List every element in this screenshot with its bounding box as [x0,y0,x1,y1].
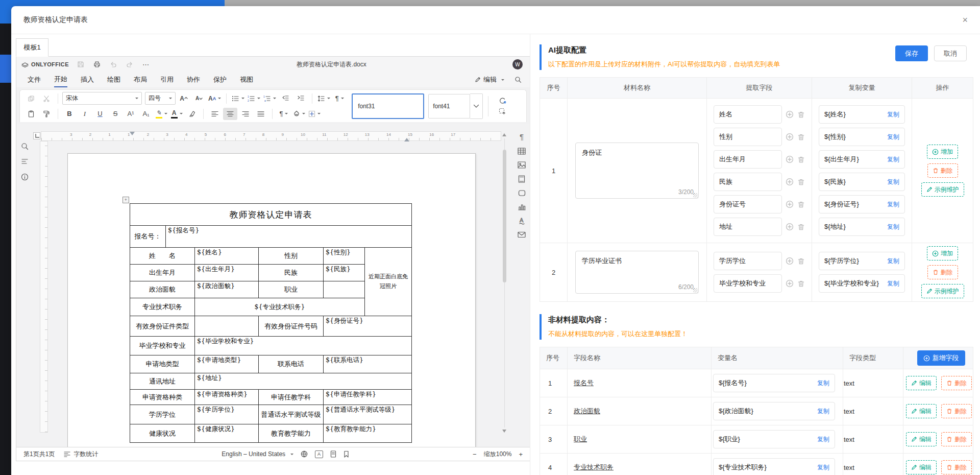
select-tool-icon[interactable] [499,108,506,115]
menu-protection[interactable]: 保护 [213,73,227,87]
menu-layout[interactable]: 布局 [134,73,147,87]
copy-variable-link[interactable]: 复制 [887,200,899,209]
copy-variable-link[interactable]: 复制 [817,435,829,444]
copy-variable-link[interactable]: 复制 [887,110,899,119]
style-input-font31[interactable]: font31 [352,93,424,119]
add-circle-icon[interactable] [786,155,794,163]
find-icon[interactable] [21,142,29,150]
menu-draw[interactable]: 绘图 [107,73,120,87]
menu-home[interactable]: 开始 [54,72,67,87]
redo-icon[interactable] [125,60,134,69]
add-circle-icon[interactable] [786,279,794,288]
style-input-font41[interactable]: font41 [428,94,470,118]
document-scrollbar[interactable] [502,131,507,435]
search-icon[interactable] [514,76,522,83]
extract-field-input[interactable]: 身份证号 [714,195,782,213]
delete-field-button[interactable]: 删除 [941,432,972,446]
mailmerge-panel-icon[interactable] [518,231,526,238]
add-circle-icon[interactable] [786,178,794,186]
add-circle-icon[interactable] [786,133,794,141]
paragraph-panel-icon[interactable]: ¶ [520,132,524,141]
page-indicator[interactable]: 第1页共1页 [23,450,55,459]
edit-field-button[interactable]: 编辑 [906,376,937,390]
delete-field-button[interactable]: 删除 [941,404,972,418]
justify-icon[interactable] [254,108,268,120]
copy-variable-link[interactable]: 复制 [887,155,899,164]
tab-stop-selector[interactable] [33,132,40,139]
decrease-font-icon[interactable]: A [192,92,206,105]
save-button[interactable]: 保存 [895,45,928,61]
clear-format-icon[interactable] [185,108,199,120]
trash-icon[interactable] [797,257,805,265]
decrease-indent-icon[interactable] [278,92,292,105]
numbered-list-icon[interactable]: 12 [247,92,261,105]
language-selector[interactable]: English – United States [222,450,293,458]
superscript-icon[interactable]: A¹ [124,108,138,120]
cut-icon[interactable] [39,92,54,105]
add-circle-icon[interactable] [786,223,794,231]
add-material-button[interactable]: 增加 [927,246,958,260]
material-name-textarea[interactable]: 身份证 3/200 [575,142,699,199]
copy-variable-link[interactable]: 复制 [887,279,899,288]
scrollbar-thumb[interactable] [503,150,506,282]
bullet-list-icon[interactable] [231,92,246,105]
print-icon[interactable] [92,60,102,69]
textart-panel-icon[interactable]: A [518,217,526,225]
extract-field-input[interactable]: 毕业学校和专业 [714,274,782,293]
about-icon[interactable] [21,173,29,181]
track-changes-icon[interactable] [330,450,336,458]
delete-material-button[interactable]: 删除 [927,163,958,178]
add-material-button[interactable]: 增加 [927,145,958,159]
trash-icon[interactable] [797,178,805,186]
menu-view[interactable]: 视图 [240,73,253,87]
edit-mode-dropdown[interactable]: 编辑 [475,73,504,87]
bookmark-icon[interactable] [344,450,349,458]
edit-field-button[interactable]: 编辑 [906,404,937,418]
extract-field-input[interactable]: 性别 [714,128,782,146]
italic-icon[interactable]: I [78,108,92,120]
copy-variable-link[interactable]: 复制 [817,379,829,388]
edit-field-button[interactable]: 编辑 [906,460,937,474]
image-panel-icon[interactable] [518,161,526,169]
field-name-link[interactable]: 报名号 [574,379,594,387]
copy-variable-link[interactable]: 复制 [817,407,829,416]
increase-indent-icon[interactable] [293,92,308,105]
field-name-link[interactable]: 政治面貌 [574,407,600,415]
trash-icon[interactable] [797,223,805,231]
copy-variable-link[interactable]: 复制 [817,463,829,472]
paste-icon[interactable] [24,108,38,120]
align-center-icon[interactable] [223,108,237,120]
zoom-in-button[interactable]: + [519,450,523,458]
copy-variable-link[interactable]: 复制 [887,257,899,266]
navigation-icon[interactable] [21,158,29,165]
example-maintain-button[interactable]: 示例维护 [921,182,964,197]
save-icon[interactable] [76,60,85,69]
format-painter-icon[interactable] [39,108,54,120]
font-name-select[interactable]: 宋体 [62,92,142,105]
menu-file[interactable]: 文件 [28,73,41,87]
trash-icon[interactable] [797,111,805,118]
zoom-level[interactable]: 缩放100% [484,450,512,459]
extract-field-input[interactable]: 地址 [714,218,782,236]
subscript-icon[interactable]: A₁ [139,108,153,120]
avatar[interactable]: W [512,59,523,69]
font-size-select[interactable]: 四号 [145,92,176,105]
highlight-color-icon[interactable]: ✎ [154,108,168,120]
trash-icon[interactable] [797,156,805,163]
add-field-button[interactable]: 新增字段 [917,350,965,366]
add-circle-icon[interactable] [786,257,794,265]
field-name-link[interactable]: 专业技术职务 [574,463,614,471]
font-color-icon[interactable]: A [169,108,184,120]
undo-icon[interactable] [109,60,118,69]
indent-marker-right[interactable] [404,135,409,141]
vertical-ruler[interactable] [40,141,48,433]
material-name-textarea[interactable]: 学历毕业证书 6/200 [575,251,699,294]
scroll-up-icon[interactable] [502,131,506,136]
copy-variable-link[interactable]: 复制 [887,133,899,141]
table-panel-icon[interactable] [518,148,526,155]
borders-icon[interactable] [307,108,322,120]
close-icon[interactable]: × [962,15,968,25]
copy-icon[interactable] [24,92,38,105]
field-name-link[interactable]: 职业 [574,435,587,443]
menu-references[interactable]: 引用 [160,73,174,87]
